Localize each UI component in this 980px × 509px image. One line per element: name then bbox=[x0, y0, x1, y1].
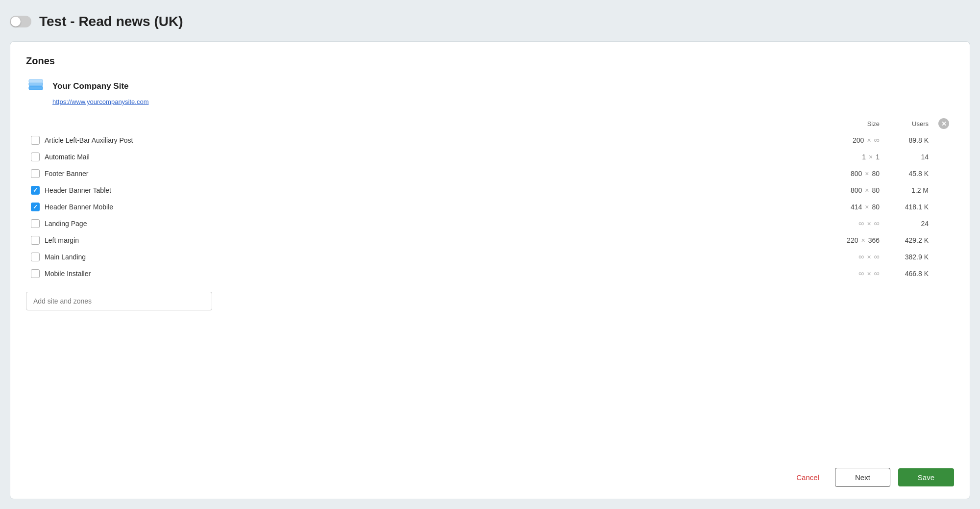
zone-row: Article Left-Bar Auxiliary Post bbox=[31, 136, 791, 145]
zone-name: Header Banner Mobile bbox=[45, 203, 113, 211]
layers-icon bbox=[27, 77, 45, 95]
zone-name-cell: Main Landing bbox=[26, 249, 796, 265]
size-separator: × bbox=[867, 220, 871, 228]
size-cell: ∞ × ∞ bbox=[796, 215, 884, 232]
company-url[interactable]: https://www.yourcompanysite.com bbox=[52, 98, 954, 105]
users-cell: 24 bbox=[884, 215, 933, 232]
users-cell: 89.8 K bbox=[884, 132, 933, 149]
table-row: Landing Page ∞ × ∞ 24 bbox=[26, 215, 954, 232]
remove-company-button[interactable]: ✕ bbox=[938, 118, 949, 129]
cancel-button[interactable]: Cancel bbox=[788, 468, 827, 486]
remove-zone-cell bbox=[933, 132, 954, 149]
size-separator: × bbox=[869, 153, 873, 161]
zones-title: Zones bbox=[26, 55, 954, 67]
size-height: 366 bbox=[868, 236, 880, 244]
zone-row: Left margin bbox=[31, 236, 791, 245]
col-header-size: Size bbox=[796, 115, 884, 132]
col-header-users: Users bbox=[884, 115, 933, 132]
remove-zone-cell bbox=[933, 165, 954, 182]
page-title: Test - Read news (UK) bbox=[39, 14, 183, 29]
zone-checkbox[interactable] bbox=[31, 136, 40, 145]
col-header-name bbox=[26, 115, 796, 132]
table-row: Header Banner Tablet 800 × 80 1.2 M bbox=[26, 182, 954, 199]
size-width: 800 bbox=[851, 170, 862, 178]
size-cell: 1 × 1 bbox=[796, 149, 884, 165]
zone-name-cell: Header Banner Mobile bbox=[26, 199, 796, 215]
zone-checkbox[interactable] bbox=[31, 236, 40, 245]
remove-zone-cell bbox=[933, 249, 954, 265]
zone-checkbox[interactable] bbox=[31, 186, 40, 195]
zone-row: Header Banner Mobile bbox=[31, 203, 791, 211]
size-width: 200 bbox=[853, 136, 864, 144]
size-width: 1 bbox=[862, 153, 866, 161]
size-separator: × bbox=[865, 170, 869, 178]
remove-zone-cell bbox=[933, 232, 954, 249]
toggle-switch[interactable] bbox=[10, 16, 31, 27]
users-cell: 382.9 K bbox=[884, 249, 933, 265]
size-width: 220 bbox=[847, 236, 858, 244]
size-cell: 220 × 366 bbox=[796, 232, 884, 249]
zones-table: Size Users ✕ Article Left-Bar Auxiliary … bbox=[26, 115, 954, 282]
zone-name-cell: Article Left-Bar Auxiliary Post bbox=[26, 132, 796, 149]
zones-tbody: Article Left-Bar Auxiliary Post 200 × ∞ … bbox=[26, 132, 954, 282]
table-header-row: Size Users ✕ bbox=[26, 115, 954, 132]
zone-checkbox[interactable] bbox=[31, 153, 40, 161]
zone-name: Landing Page bbox=[45, 220, 87, 228]
size-height: 1 bbox=[876, 153, 880, 161]
zone-name: Automatic Mail bbox=[45, 153, 90, 161]
zone-row: Main Landing bbox=[31, 253, 791, 261]
zone-name-cell: Header Banner Tablet bbox=[26, 182, 796, 199]
size-group: 800 × 80 bbox=[851, 186, 880, 194]
save-button[interactable]: Save bbox=[898, 468, 954, 486]
users-cell: 1.2 M bbox=[884, 182, 933, 199]
col-header-close: ✕ bbox=[933, 115, 954, 132]
zone-row: Landing Page bbox=[31, 219, 791, 228]
size-cell: ∞ × ∞ bbox=[796, 249, 884, 265]
main-card: Zones Your Company Site https://www.your… bbox=[10, 41, 970, 499]
zone-checkbox[interactable] bbox=[31, 169, 40, 178]
size-cell: 800 × 80 bbox=[796, 182, 884, 199]
svg-rect-1 bbox=[29, 86, 43, 90]
table-row: Automatic Mail 1 × 1 14 bbox=[26, 149, 954, 165]
size-cell: ∞ × ∞ bbox=[796, 265, 884, 282]
size-width: 414 bbox=[851, 203, 862, 211]
remove-zone-cell bbox=[933, 182, 954, 199]
size-separator: × bbox=[867, 270, 871, 278]
remove-zone-cell bbox=[933, 149, 954, 165]
size-height: 80 bbox=[872, 186, 880, 194]
size-inf-icon: ∞ bbox=[874, 219, 880, 228]
size-separator: × bbox=[865, 203, 869, 211]
size-group: 414 × 80 bbox=[851, 203, 880, 211]
next-button[interactable]: Next bbox=[835, 468, 890, 487]
zone-name: Footer Banner bbox=[45, 170, 89, 178]
size-group: 800 × 80 bbox=[851, 170, 880, 178]
zone-name-cell: Landing Page bbox=[26, 215, 796, 232]
size-inf-icon: ∞ bbox=[874, 136, 880, 145]
size-height: 80 bbox=[872, 203, 880, 211]
users-cell: 418.1 K bbox=[884, 199, 933, 215]
company-icon bbox=[26, 76, 46, 96]
company-header: Your Company Site bbox=[26, 76, 954, 96]
zone-checkbox[interactable] bbox=[31, 269, 40, 278]
zone-checkbox[interactable] bbox=[31, 219, 40, 228]
add-site-input[interactable] bbox=[26, 292, 212, 310]
zone-name-cell: Footer Banner bbox=[26, 165, 796, 182]
size-group: ∞ × ∞ bbox=[858, 219, 880, 228]
page-header: Test - Read news (UK) bbox=[10, 10, 970, 33]
table-row: Header Banner Mobile 414 × 80 418.1 K bbox=[26, 199, 954, 215]
size-width: 800 bbox=[851, 186, 862, 194]
size-inf-icon: ∞ bbox=[858, 269, 864, 278]
size-group: 200 × ∞ bbox=[853, 136, 880, 145]
zone-name: Left margin bbox=[45, 236, 79, 244]
zone-row: Automatic Mail bbox=[31, 153, 791, 161]
size-group: ∞ × ∞ bbox=[858, 253, 880, 261]
zone-row: Mobile Installer bbox=[31, 269, 791, 278]
zone-row: Footer Banner bbox=[31, 169, 791, 178]
company-section: Your Company Site https://www.yourcompan… bbox=[26, 76, 954, 105]
zone-checkbox[interactable] bbox=[31, 203, 40, 211]
zone-checkbox[interactable] bbox=[31, 253, 40, 261]
size-inf-icon: ∞ bbox=[874, 269, 880, 278]
size-group: 1 × 1 bbox=[862, 153, 880, 161]
table-row: Article Left-Bar Auxiliary Post 200 × ∞ … bbox=[26, 132, 954, 149]
remove-zone-cell bbox=[933, 215, 954, 232]
